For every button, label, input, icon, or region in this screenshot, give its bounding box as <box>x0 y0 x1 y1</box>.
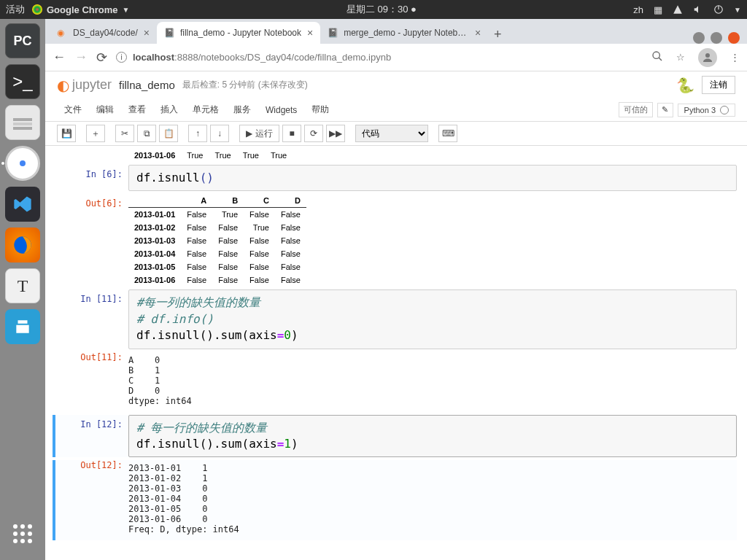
table-row: 2013-01-06FalseFalseFalseFalse <box>128 273 306 287</box>
launcher-chrome[interactable] <box>5 146 40 181</box>
launcher-firefox[interactable] <box>5 228 40 262</box>
bookmark-icon[interactable]: ☆ <box>676 52 685 63</box>
menu-cell[interactable]: 单元格 <box>185 101 226 119</box>
output-cell-partial: 2013-01-06 True True True True <box>55 149 737 162</box>
menu-edit[interactable]: 编辑 <box>89 101 121 119</box>
in-prompt: In [12]: <box>55 415 128 458</box>
window-minimize[interactable] <box>693 32 705 44</box>
table-row: 2013-01-04FalseFalseFalseFalse <box>128 247 306 260</box>
svg-point-6 <box>705 53 710 58</box>
close-icon[interactable]: × <box>475 27 481 39</box>
profile-avatar[interactable] <box>698 48 717 67</box>
add-cell-button[interactable]: ＋ <box>86 125 105 142</box>
clock[interactable]: 星期二 09：30 ● <box>347 4 417 15</box>
notebook-title[interactable]: fillna_demo <box>119 79 175 91</box>
kernel-status-icon <box>720 106 729 114</box>
dataframe-table: 2013-01-06 True True True True <box>128 149 293 162</box>
back-button[interactable]: ← <box>53 50 66 65</box>
in-prompt: In [6]: <box>55 165 128 191</box>
launcher-pycharm[interactable]: PC <box>5 23 40 58</box>
code-cell[interactable]: In [11]: #每一列的缺失值的数量 # df.info() df.isnu… <box>55 289 737 349</box>
close-icon[interactable]: × <box>144 27 150 39</box>
code-cell-selected[interactable]: In [12]: # 每一行的缺失值的数量 df.isnull().sum(ax… <box>53 415 737 458</box>
launcher-text-editor[interactable]: T <box>5 268 40 303</box>
kernel-indicator[interactable]: Python 3 <box>678 104 735 117</box>
chrome-tabstrip: ◉ DS_day04/code/ × 📓 fillna_demo - Jupyt… <box>45 19 747 44</box>
menu-insert[interactable]: 插入 <box>153 101 185 119</box>
system-menu-chevron[interactable]: ▼ <box>734 6 741 14</box>
browser-tab[interactable]: 📓 fillna_demo - Jupyter Notebook × <box>157 22 320 44</box>
jupyter-header: ◐jupyter fillna_demo 最后检查: 5 分钟前 (未保存改变)… <box>45 71 747 98</box>
power-icon[interactable] <box>713 4 724 15</box>
notebook-scroll[interactable]: 2013-01-06 True True True True In [6]: <box>45 146 747 554</box>
new-tab-button[interactable]: + <box>488 25 507 44</box>
launcher-apps-grid[interactable] <box>5 516 40 551</box>
notebook-favicon: 📓 <box>164 28 174 38</box>
table-row: 2013-01-05FalseFalseFalseFalse <box>128 260 306 273</box>
launcher-app[interactable] <box>5 309 40 344</box>
move-up-button[interactable]: ↑ <box>188 125 207 142</box>
run-button[interactable]: ▶ 运行 <box>239 125 279 142</box>
code-input[interactable]: df.isnull() <box>128 165 737 191</box>
output-cell: Out[6]: ABCD2013-01-01FalseTrueFalseFals… <box>55 194 737 287</box>
reload-button[interactable]: ⟳ <box>96 50 107 66</box>
code-input[interactable]: # 每一行的缺失值的数量 df.isnull().sum(axis=1) <box>128 415 737 458</box>
trusted-indicator[interactable]: 可信的 <box>619 102 653 117</box>
menu-help[interactable]: 帮助 <box>304 101 336 119</box>
launcher-vscode[interactable] <box>5 187 40 222</box>
out-prompt: Out[11]: <box>55 352 128 412</box>
code-cell[interactable]: In [6]: df.isnull() <box>55 165 737 191</box>
table-row: 2013-01-02FalseFalseTrueFalse <box>128 221 306 234</box>
svg-rect-2 <box>13 122 32 125</box>
chrome-menu-icon[interactable]: ⋮ <box>730 52 740 63</box>
interrupt-button[interactable]: ■ <box>282 125 301 142</box>
jupyter-favicon: ◉ <box>57 28 67 38</box>
window-close[interactable] <box>728 32 740 44</box>
logout-button[interactable]: 注销 <box>702 76 735 94</box>
menu-view[interactable]: 查看 <box>121 101 153 119</box>
paste-button[interactable]: 📋 <box>159 125 178 142</box>
restart-button[interactable]: ⟳ <box>304 125 323 142</box>
checkpoint-status: 最后检查: 5 分钟前 (未保存改变) <box>182 79 308 91</box>
save-button[interactable]: 💾 <box>57 125 76 142</box>
jupyter-toolbar: 💾 ＋ ✂ ⧉ 📋 ↑ ↓ ▶ 运行 ■ ⟳ ▶▶ 代码 ⌨ <box>45 122 747 146</box>
menu-kernel[interactable]: 服务 <box>226 101 258 119</box>
ubuntu-launcher: PC >_ T <box>0 19 45 560</box>
chrome-window: ◉ DS_day04/code/ × 📓 fillna_demo - Jupyt… <box>45 19 747 560</box>
copy-button[interactable]: ⧉ <box>137 125 156 142</box>
jupyter-app: ◐jupyter fillna_demo 最后检查: 5 分钟前 (未保存改变)… <box>45 71 747 560</box>
jupyter-menubar: 文件 编辑 查看 插入 单元格 服务 Widgets 帮助 可信的 ✎ Pyth… <box>45 98 747 122</box>
browser-tab[interactable]: ◉ DS_day04/code/ × <box>50 22 157 44</box>
browser-tab[interactable]: 📓 merge_demo - Jupyter Notebook × <box>320 22 488 44</box>
move-down-button[interactable]: ↓ <box>210 125 229 142</box>
launcher-terminal[interactable]: >_ <box>5 64 40 99</box>
out-prompt: Out[6]: <box>55 194 128 287</box>
edit-icon[interactable]: ✎ <box>657 103 673 117</box>
activities-label[interactable]: 活动 <box>6 3 25 16</box>
command-palette-button[interactable]: ⌨ <box>438 125 457 142</box>
in-prompt: In [11]: <box>55 289 128 349</box>
close-icon[interactable]: × <box>307 27 313 39</box>
menu-widgets[interactable]: Widgets <box>258 102 304 118</box>
tray-icon[interactable]: ▦ <box>654 4 662 15</box>
lang-indicator[interactable]: zh <box>633 4 643 15</box>
svg-rect-1 <box>13 118 32 121</box>
address-bar[interactable]: i localhost:8888/notebooks/DS_day04/code… <box>116 52 643 63</box>
svg-rect-3 <box>13 127 32 130</box>
table-row: 2013-01-01FalseTrueFalseFalse <box>128 208 306 222</box>
volume-icon[interactable] <box>693 4 703 15</box>
search-icon[interactable] <box>651 50 663 64</box>
jupyter-logo[interactable]: ◐jupyter <box>57 77 112 94</box>
window-maximize[interactable] <box>711 32 722 44</box>
network-icon[interactable] <box>673 4 683 15</box>
restart-run-all-button[interactable]: ▶▶ <box>326 125 345 142</box>
code-input[interactable]: #每一列的缺失值的数量 # df.info() df.isnull().sum(… <box>128 289 737 349</box>
menu-file[interactable]: 文件 <box>57 101 89 119</box>
notebook-favicon: 📓 <box>328 28 338 38</box>
launcher-files[interactable] <box>5 105 40 140</box>
svg-point-5 <box>653 52 659 58</box>
forward-button[interactable]: → <box>74 50 88 65</box>
cell-type-select[interactable]: 代码 <box>355 125 428 142</box>
cut-button[interactable]: ✂ <box>115 125 134 142</box>
site-info-icon[interactable]: i <box>116 52 127 63</box>
